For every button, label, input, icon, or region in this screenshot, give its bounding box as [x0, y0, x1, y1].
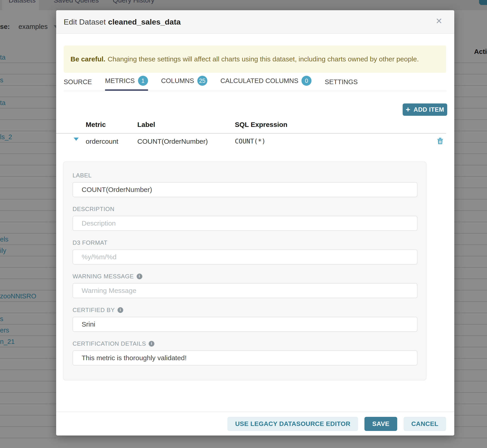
modal-title-dataset-name: cleaned_sales_data: [108, 17, 181, 26]
save-button[interactable]: SAVE: [364, 417, 397, 431]
metrics-count-badge: 1: [138, 76, 148, 86]
tab-source-label: SOURCE: [64, 78, 92, 86]
tab-calculated-columns[interactable]: CALCULATED COLUMNS 0: [221, 76, 312, 91]
warning-banner-bold: Be careful.: [71, 55, 105, 63]
columns-count-badge: 25: [197, 76, 207, 86]
warning-banner-text: Changing these settings will affect all …: [108, 55, 419, 63]
add-item-button[interactable]: + ADD ITEM: [403, 104, 447, 116]
d3-format-input[interactable]: [72, 249, 417, 264]
d3-format-field: D3 FORMAT: [72, 239, 417, 264]
delete-metric-icon[interactable]: [437, 138, 443, 146]
tab-columns[interactable]: COLUMNS 25: [161, 76, 207, 91]
warning-message-field: WARNING MESSAGE i: [72, 273, 417, 298]
certified-by-input[interactable]: [72, 317, 417, 332]
metric-label: COUNT(OrderNumber): [137, 138, 208, 145]
info-icon: i: [118, 307, 123, 313]
label-field-label: LABEL: [72, 172, 417, 179]
info-icon: i: [137, 273, 142, 279]
certified-by-field-label: CERTIFIED BY i: [72, 306, 417, 314]
table-divider: [56, 133, 446, 134]
expand-caret-icon[interactable]: [74, 138, 79, 141]
warning-banner: Be careful. Changing these settings will…: [64, 46, 446, 73]
certification-details-field-label: CERTIFICATION DETAILS i: [72, 340, 417, 347]
description-input[interactable]: [72, 216, 417, 231]
warning-message-field-label: WARNING MESSAGE i: [72, 273, 417, 280]
cancel-button[interactable]: CANCEL: [404, 417, 446, 431]
tab-source[interactable]: SOURCE: [64, 78, 92, 91]
tab-settings-label: SETTINGS: [325, 78, 358, 86]
label-field: LABEL: [72, 172, 417, 197]
edit-dataset-modal: Edit Dataset cleaned_sales_data ✕ Be car…: [56, 10, 454, 435]
column-header-sql-expression: SQL Expression: [235, 121, 287, 128]
tab-metrics[interactable]: METRICS 1: [105, 76, 148, 91]
modal-title-prefix: Edit Dataset: [64, 17, 106, 26]
table-row: ordercount COUNT(OrderNumber) COUNT(*): [56, 138, 454, 146]
use-legacy-datasource-editor-button[interactable]: USE LEGACY DATASOURCE EDITOR: [227, 417, 358, 431]
modal-footer: USE LEGACY DATASOURCE EDITOR SAVE CANCEL: [56, 412, 454, 435]
label-input[interactable]: [72, 182, 417, 197]
plus-icon: +: [406, 105, 410, 113]
d3-format-field-label: D3 FORMAT: [72, 239, 417, 246]
metric-edit-panel: LABEL DESCRIPTION D3 FORMAT WARNING MESS…: [63, 161, 426, 380]
metric-name: ordercount: [86, 138, 118, 145]
tab-columns-label: COLUMNS: [161, 77, 194, 85]
modal-header: Edit Dataset cleaned_sales_data ✕: [56, 10, 454, 34]
metric-sql: COUNT(*): [235, 138, 265, 145]
modal-tabs: SOURCE METRICS 1 COLUMNS 25 CALCULATED C…: [64, 76, 446, 91]
metrics-table-header: Metric Label SQL Expression: [56, 121, 454, 129]
info-icon: i: [149, 341, 154, 347]
close-icon[interactable]: ✕: [436, 17, 442, 25]
add-item-label: ADD ITEM: [414, 106, 444, 113]
description-field: DESCRIPTION: [72, 205, 417, 231]
calculated-columns-count-badge: 0: [302, 76, 311, 86]
certified-by-field: CERTIFIED BY i: [72, 306, 417, 332]
certification-details-input[interactable]: [72, 351, 417, 365]
warning-message-input[interactable]: [72, 283, 417, 298]
certification-details-field: CERTIFICATION DETAILS i: [72, 340, 417, 365]
column-header-label: Label: [137, 121, 155, 128]
column-header-metric: Metric: [86, 121, 106, 128]
modal-title: Edit Dataset cleaned_sales_data: [64, 10, 181, 34]
tab-settings[interactable]: SETTINGS: [325, 78, 358, 91]
tab-calculated-columns-label: CALCULATED COLUMNS: [221, 77, 298, 85]
tab-metrics-label: METRICS: [105, 77, 135, 85]
description-field-label: DESCRIPTION: [72, 205, 417, 213]
